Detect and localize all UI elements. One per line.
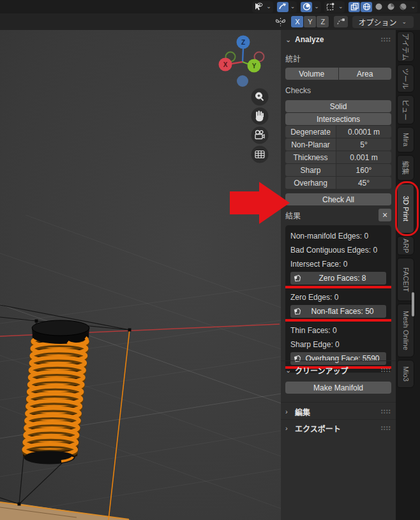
tab-mira[interactable]: Mira [397,127,414,152]
proportional-edit-group: ⌄ [300,1,321,13]
check-row-label[interactable]: Sharp [285,164,336,176]
chevron-right-icon: › [285,424,292,432]
results-header: 結果 × [285,209,391,221]
tab-tool[interactable]: ツール [397,64,414,93]
mirror-icon[interactable] [275,17,286,27]
result-item: Bad Contiguous Edges: 0 [290,243,386,257]
tab-edit[interactable]: 編集 [397,155,414,181]
chevron-down-icon[interactable]: ⌄ [337,4,345,10]
check-row-nonplanar[interactable]: Non-Planar 5° [285,138,391,151]
transform-pivot-icon[interactable] [325,2,336,12]
viewport-scene: Z X Y [0,30,281,520]
tool-settings-bar: X Y Z オプション ⌄ [0,13,420,30]
check-row-label[interactable]: Overhang [285,177,336,189]
xray-toggle-icon[interactable] [349,2,360,12]
chevron-down-icon[interactable]: ⌄ [265,4,273,10]
drag-handle-icon[interactable]: ∷∷ [381,367,391,374]
navigation-gizmo: Z X Y [219,36,264,87]
sidebar-panel: ⌄ Analyze ∷∷ 統計 Volume Area Checks Solid… [281,30,396,520]
annotation-underline [285,319,391,322]
sidebar-tab-strip: アイテム ツール ビュー Mira 編集 3D Print ARP FACEIT… [396,30,420,520]
drag-handle-icon[interactable]: ∷∷ [381,408,391,415]
mirror-x-button[interactable]: X [291,16,303,27]
proportional-editing-icon[interactable] [301,2,312,12]
check-solid-button[interactable]: Solid [285,100,391,112]
check-all-button[interactable]: Check All [285,193,391,205]
shading-wireframe-icon[interactable] [361,2,372,12]
shading-group: ⌄ [348,1,417,13]
shading-solid-icon[interactable] [373,2,384,12]
chevron-down-icon: ⌄ [400,19,408,25]
result-item: Intersect Face: 0 [290,257,386,271]
camera-view-button [251,127,269,144]
chevron-down-icon[interactable]: ⌄ [409,4,417,10]
panel-separator [281,419,396,420]
chevron-down-icon[interactable]: ⌄ [313,4,320,10]
face-select-icon [293,355,301,362]
edit-title: 編集 [295,406,310,417]
snapping-group: ⌄ [276,1,297,13]
gizmo-x-label: X [223,61,228,68]
tab-mio3[interactable]: Mio3 [397,360,414,388]
gizmo-z-label: Z [241,39,245,46]
face-select-icon [293,274,301,282]
snap-during-transform-icon[interactable] [334,16,348,27]
cleanup-title: クリーンアップ [295,365,348,376]
cleanup-panel-header[interactable]: ⌄ クリーンアップ ∷∷ [285,364,391,376]
annotation-ring-3d-print [395,181,419,236]
scrollbar[interactable] [412,292,414,316]
check-row-label[interactable]: Non-Planar [285,138,336,151]
result-item: Zero Edges: 0 [290,290,386,304]
annotation-arrow-head [259,182,290,224]
select-overhang-faces-button[interactable]: Overhang Face: 5590 [290,352,386,365]
mirror-z-button[interactable]: Z [317,16,329,27]
close-icon[interactable]: × [379,209,391,221]
drag-handle-icon[interactable]: ∷∷ [381,36,391,43]
shading-rendered-icon[interactable] [397,2,409,12]
snapping-toggle-icon[interactable] [277,2,289,12]
viewport-3d[interactable]: Z X Y [0,30,281,520]
result-item: Sharp Edge: 0 [290,338,386,352]
volume-button[interactable]: Volume [285,68,338,80]
select-zero-faces-button[interactable]: Zero Faces: 8 [290,272,386,285]
edit-panel-header[interactable]: › 編集 ∷∷ [285,406,391,417]
make-manifold-button[interactable]: Make Manifold [285,382,391,394]
gizmo-y-label: Y [252,63,257,70]
object-types-visibility-icon[interactable] [253,2,264,12]
tab-arp[interactable]: ARP [397,236,414,255]
result-item: Non-manifold Edges: 0 [290,229,386,243]
chevron-down-icon[interactable]: ⌄ [289,4,297,10]
panel-separator [281,360,396,361]
mirror-axis-group: X Y Z [290,15,329,28]
check-row-value[interactable]: 45° [336,177,391,189]
check-row-sharp[interactable]: Sharp 160° [285,164,391,176]
checks-label: Checks [285,86,391,95]
tab-item[interactable]: アイテム [397,31,414,62]
export-panel-header[interactable]: › エクスポート ∷∷ [285,422,391,434]
shading-material-icon[interactable] [385,2,396,12]
tab-view[interactable]: ビュー [397,95,414,124]
check-row-thickness[interactable]: Thickness 0.001 m [285,151,391,163]
chevron-down-icon: ⌄ [285,36,292,44]
object-visibility-group: ⌄ [252,1,273,13]
drag-handle-icon[interactable]: ∷∷ [381,425,391,432]
check-row-value[interactable]: 160° [336,164,391,176]
annotation-arrow-body [230,191,260,214]
check-row-degenerate[interactable]: Degenerate 0.0001 m [285,126,391,138]
check-row-label[interactable]: Thickness [285,151,336,163]
check-row-value[interactable]: 0.0001 m [336,126,391,138]
check-intersections-button[interactable]: Intersections [285,113,391,125]
check-row-overhang[interactable]: Overhang 45° [285,177,391,189]
select-nonflat-faces-button[interactable]: Non-flat Faces: 50 [290,305,386,318]
mirror-y-button[interactable]: Y [304,16,316,27]
analyze-panel-header[interactable]: ⌄ Analyze ∷∷ [285,34,391,45]
options-dropdown[interactable]: オプション ⌄ [352,16,414,28]
check-row-label[interactable]: Degenerate [285,126,336,138]
statistics-label: 統計 [285,53,391,64]
check-row-value[interactable]: 5° [336,138,391,151]
screw-object [23,320,89,464]
area-button[interactable]: Area [339,68,392,80]
check-row-value[interactable]: 0.001 m [336,151,391,163]
chevron-right-icon: › [285,408,292,415]
viewport-controls [251,89,269,163]
